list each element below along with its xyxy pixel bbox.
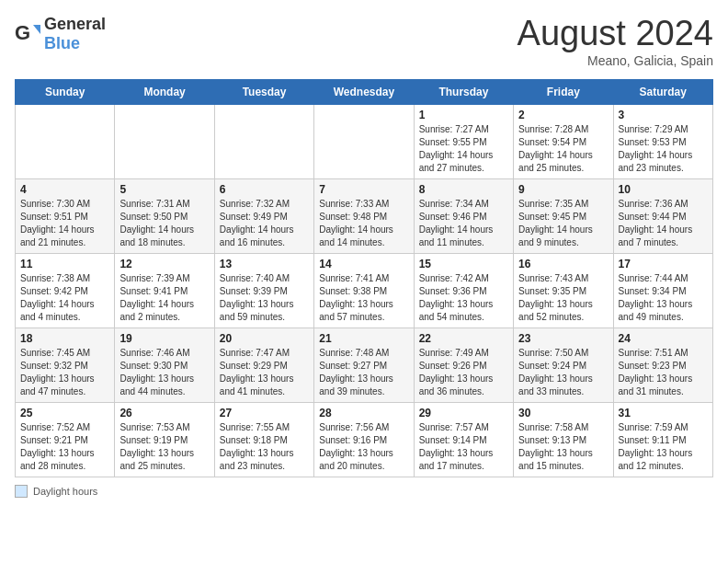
day-number: 2: [518, 109, 608, 121]
day-info: Sunrise: 7:29 AM Sunset: 9:53 PM Dayligh…: [619, 123, 708, 175]
day-number: 21: [319, 332, 408, 345]
calendar-cell: 20Sunrise: 7:47 AM Sunset: 9:29 PM Dayli…: [214, 327, 313, 402]
calendar-cell: 2Sunrise: 7:28 AM Sunset: 9:54 PM Daylig…: [514, 104, 613, 178]
logo: G General Blue: [15, 15, 106, 53]
day-info: Sunrise: 7:33 AM Sunset: 9:48 PM Dayligh…: [319, 198, 408, 249]
calendar-cell: 10Sunrise: 7:36 AM Sunset: 9:44 PM Dayli…: [613, 178, 712, 253]
calendar-cell: 19Sunrise: 7:46 AM Sunset: 9:30 PM Dayli…: [115, 327, 214, 402]
day-number: 15: [419, 258, 508, 270]
calendar-cell: 7Sunrise: 7:33 AM Sunset: 9:48 PM Daylig…: [314, 178, 414, 253]
calendar-cell: 22Sunrise: 7:49 AM Sunset: 9:26 PM Dayli…: [414, 327, 513, 402]
day-info: Sunrise: 7:58 AM Sunset: 9:13 PM Dayligh…: [518, 421, 608, 473]
day-number: 16: [518, 258, 608, 270]
calendar-cell: 8Sunrise: 7:34 AM Sunset: 9:46 PM Daylig…: [414, 178, 513, 253]
calendar-cell: 14Sunrise: 7:41 AM Sunset: 9:38 PM Dayli…: [314, 253, 414, 327]
day-number: 17: [619, 258, 708, 270]
day-number: 22: [419, 332, 508, 345]
day-info: Sunrise: 7:53 AM Sunset: 9:19 PM Dayligh…: [119, 421, 209, 473]
day-number: 12: [119, 258, 209, 270]
day-number: 5: [119, 183, 209, 196]
calendar-cell: 21Sunrise: 7:48 AM Sunset: 9:27 PM Dayli…: [314, 327, 414, 402]
header-day-saturday: Saturday: [613, 79, 712, 104]
day-number: 27: [220, 407, 309, 419]
calendar-cell: [314, 104, 414, 178]
day-number: 18: [20, 332, 109, 345]
svg-marker-1: [33, 25, 40, 34]
header-day-tuesday: Tuesday: [214, 79, 313, 104]
calendar-cell: 13Sunrise: 7:40 AM Sunset: 9:39 PM Dayli…: [214, 253, 313, 327]
calendar-cell: 27Sunrise: 7:55 AM Sunset: 9:18 PM Dayli…: [214, 402, 313, 477]
day-info: Sunrise: 7:46 AM Sunset: 9:30 PM Dayligh…: [119, 347, 209, 398]
calendar-cell: 6Sunrise: 7:32 AM Sunset: 9:49 PM Daylig…: [214, 178, 313, 253]
day-info: Sunrise: 7:47 AM Sunset: 9:29 PM Dayligh…: [220, 347, 309, 398]
calendar-cell: 15Sunrise: 7:42 AM Sunset: 9:36 PM Dayli…: [414, 253, 513, 327]
generalblue-logo-icon: G: [15, 21, 40, 47]
header-day-sunday: Sunday: [16, 79, 115, 104]
day-info: Sunrise: 7:51 AM Sunset: 9:23 PM Dayligh…: [619, 347, 708, 398]
day-info: Sunrise: 7:52 AM Sunset: 9:21 PM Dayligh…: [20, 421, 109, 473]
calendar-cell: 26Sunrise: 7:53 AM Sunset: 9:19 PM Dayli…: [115, 402, 214, 477]
day-number: 14: [319, 258, 408, 270]
header-day-monday: Monday: [115, 79, 214, 104]
day-number: 11: [20, 258, 109, 270]
day-info: Sunrise: 7:30 AM Sunset: 9:51 PM Dayligh…: [20, 198, 109, 249]
day-number: 19: [119, 332, 209, 345]
header-day-friday: Friday: [514, 79, 613, 104]
day-number: 20: [220, 332, 309, 345]
logo-blue-text: Blue: [44, 34, 80, 52]
calendar-cell: 18Sunrise: 7:45 AM Sunset: 9:32 PM Dayli…: [16, 327, 115, 402]
day-number: 23: [518, 332, 608, 345]
calendar-cell: 29Sunrise: 7:57 AM Sunset: 9:14 PM Dayli…: [414, 402, 513, 477]
calendar-cell: [214, 104, 313, 178]
day-number: 25: [20, 407, 109, 419]
day-number: 8: [419, 183, 508, 196]
calendar-cell: 23Sunrise: 7:50 AM Sunset: 9:24 PM Dayli…: [514, 327, 613, 402]
calendar-cell: 30Sunrise: 7:58 AM Sunset: 9:13 PM Dayli…: [514, 402, 613, 477]
calendar-cell: 17Sunrise: 7:44 AM Sunset: 9:34 PM Dayli…: [613, 253, 712, 327]
day-info: Sunrise: 7:48 AM Sunset: 9:27 PM Dayligh…: [319, 347, 408, 398]
week-row-5: 25Sunrise: 7:52 AM Sunset: 9:21 PM Dayli…: [16, 402, 713, 477]
calendar-cell: 31Sunrise: 7:59 AM Sunset: 9:11 PM Dayli…: [613, 402, 712, 477]
day-info: Sunrise: 7:49 AM Sunset: 9:26 PM Dayligh…: [419, 347, 508, 398]
day-info: Sunrise: 7:35 AM Sunset: 9:45 PM Dayligh…: [518, 198, 608, 249]
calendar-cell: 12Sunrise: 7:39 AM Sunset: 9:41 PM Dayli…: [115, 253, 214, 327]
calendar-cell: 3Sunrise: 7:29 AM Sunset: 9:53 PM Daylig…: [613, 104, 712, 178]
day-info: Sunrise: 7:40 AM Sunset: 9:39 PM Dayligh…: [220, 272, 309, 324]
day-info: Sunrise: 7:55 AM Sunset: 9:18 PM Dayligh…: [220, 421, 309, 473]
calendar-cell: 24Sunrise: 7:51 AM Sunset: 9:23 PM Dayli…: [613, 327, 712, 402]
calendar-body: 1Sunrise: 7:27 AM Sunset: 9:55 PM Daylig…: [16, 104, 713, 477]
day-number: 6: [220, 183, 309, 196]
day-info: Sunrise: 7:43 AM Sunset: 9:35 PM Dayligh…: [518, 272, 608, 324]
day-number: 31: [619, 407, 708, 419]
day-info: Sunrise: 7:56 AM Sunset: 9:16 PM Dayligh…: [319, 421, 408, 473]
week-row-1: 1Sunrise: 7:27 AM Sunset: 9:55 PM Daylig…: [16, 104, 713, 178]
day-info: Sunrise: 7:57 AM Sunset: 9:14 PM Dayligh…: [419, 421, 508, 473]
day-info: Sunrise: 7:28 AM Sunset: 9:54 PM Dayligh…: [518, 123, 608, 175]
logo-general-text: General: [44, 15, 106, 33]
calendar-cell: [16, 104, 115, 178]
day-number: 9: [518, 183, 608, 196]
day-number: 1: [419, 109, 508, 121]
month-year-title: August 2024: [518, 15, 713, 53]
legend-section: Daylight hours: [15, 485, 713, 498]
day-number: 30: [518, 407, 608, 419]
day-number: 26: [119, 407, 209, 419]
location-subtitle: Meano, Galicia, Spain: [518, 53, 713, 68]
header-row: SundayMondayTuesdayWednesdayThursdayFrid…: [16, 79, 713, 104]
day-number: 28: [319, 407, 408, 419]
day-info: Sunrise: 7:34 AM Sunset: 9:46 PM Dayligh…: [419, 198, 508, 249]
week-row-3: 11Sunrise: 7:38 AM Sunset: 9:42 PM Dayli…: [16, 253, 713, 327]
header: G General Blue August 2024 Meano, Galici…: [15, 15, 713, 68]
day-number: 13: [220, 258, 309, 270]
calendar-cell: 28Sunrise: 7:56 AM Sunset: 9:16 PM Dayli…: [314, 402, 414, 477]
day-info: Sunrise: 7:27 AM Sunset: 9:55 PM Dayligh…: [419, 123, 508, 175]
week-row-4: 18Sunrise: 7:45 AM Sunset: 9:32 PM Dayli…: [16, 327, 713, 402]
day-info: Sunrise: 7:38 AM Sunset: 9:42 PM Dayligh…: [20, 272, 109, 324]
calendar-table: SundayMondayTuesdayWednesdayThursdayFrid…: [15, 79, 713, 477]
day-info: Sunrise: 7:42 AM Sunset: 9:36 PM Dayligh…: [419, 272, 508, 324]
day-number: 7: [319, 183, 408, 196]
day-number: 24: [619, 332, 708, 345]
calendar-cell: 25Sunrise: 7:52 AM Sunset: 9:21 PM Dayli…: [16, 402, 115, 477]
svg-text:G: G: [15, 21, 30, 44]
day-info: Sunrise: 7:59 AM Sunset: 9:11 PM Dayligh…: [619, 421, 708, 473]
